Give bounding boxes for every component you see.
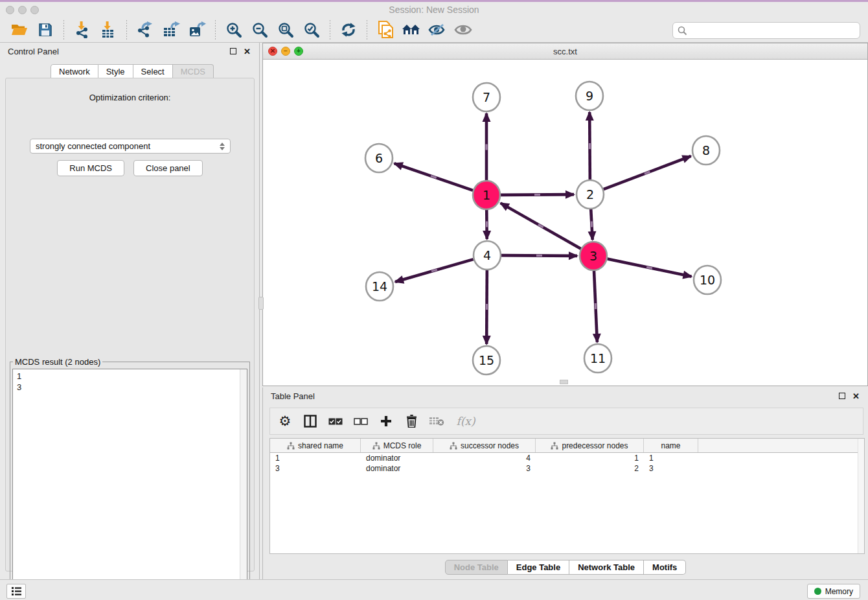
table-toolbar: ⚙ [269,408,863,435]
toolbar-separator [330,20,330,40]
edge-handle [534,194,540,196]
node-9[interactable]: 9 [576,82,603,110]
node-2[interactable]: 2 [577,180,604,209]
table-row[interactable]: 1dominator411 [270,453,864,463]
toolbar-separator [63,20,64,40]
node-label: 9 [586,89,593,103]
session-title: Session: New Session [0,5,868,15]
node-14[interactable]: 14 [366,272,393,301]
export-table-icon[interactable] [158,19,184,40]
delete-table-icon [428,413,445,430]
optimization-criterion-select[interactable]: strongly connected component [30,139,231,154]
zoom-out-icon[interactable] [247,19,273,40]
chevron-updown-icon [220,143,225,150]
node-1[interactable]: 1 [473,181,500,209]
table-row[interactable]: 3dominator323 [270,463,864,474]
column-header-predecessor-nodes[interactable]: predecessor nodes [536,439,644,452]
network-canvas[interactable]: 7968124314101511 [263,60,867,386]
zoom-in-icon[interactable] [221,19,247,40]
node-label: 14 [372,279,387,294]
memory-button[interactable]: Memory [807,584,860,599]
cell-predecessor-nodes[interactable]: 1 [536,454,644,463]
column-header-MCDS-role[interactable]: MCDS role [361,439,433,452]
insert-column-icon[interactable] [302,413,319,430]
show-all-icon[interactable] [450,19,476,40]
zoom-selected-icon[interactable] [299,19,325,40]
close-panel-icon[interactable]: ✕ [243,47,251,56]
mcds-tab-content: Optimization criterion: strongly connect… [5,78,255,571]
clone-network-icon[interactable] [372,19,398,40]
panel-splitter-grip[interactable] [258,297,264,310]
float-panel-icon[interactable] [229,47,237,56]
import-network-icon[interactable] [69,19,95,40]
cell-successor-nodes[interactable]: 3 [433,464,536,473]
open-file-icon[interactable] [6,19,32,40]
table-header-row: shared nameMCDS rolesuccessor nodesprede… [270,439,864,453]
zoom-fit-icon[interactable] [273,19,299,40]
node-table[interactable]: shared nameMCDS rolesuccessor nodesprede… [269,438,865,554]
tab-edge-table[interactable]: Edge Table [508,560,569,575]
cell-shared-name[interactable]: 1 [270,454,361,463]
edge-handle [486,221,488,227]
column-header-shared-name[interactable]: shared name [270,439,361,452]
canvas-resize-grip[interactable] [560,380,568,384]
hide-selected-icon[interactable] [424,19,450,40]
edge-handle [485,144,487,150]
optimization-criterion-label: Optimization criterion: [6,93,254,102]
search-input[interactable] [691,26,860,36]
apply-layout-icon[interactable] [336,19,361,40]
column-tree-icon [551,442,558,450]
network-view-window: ✕ − + scc.txt 7968124314101511 [262,43,868,386]
table-scrollbar[interactable] [858,439,864,553]
cell-MCDS-role[interactable]: dominator [361,454,433,463]
node-11[interactable]: 11 [584,344,611,373]
search-field[interactable] [672,22,860,39]
node-10[interactable]: 10 [694,266,721,294]
select-all-rows-icon[interactable] [327,413,344,430]
column-header-name[interactable]: name [644,439,698,452]
result-scrollbar[interactable] [240,369,247,597]
show-panels-button[interactable] [6,584,26,599]
column-header-successor-nodes[interactable]: successor nodes [433,439,536,452]
add-column-icon[interactable] [378,413,394,430]
tab-select[interactable]: Select [133,64,173,79]
deselect-all-rows-icon[interactable] [352,413,369,430]
node-7[interactable]: 7 [473,83,500,111]
cell-MCDS-role[interactable]: dominator [361,464,433,473]
node-6[interactable]: 6 [365,144,393,172]
tab-motifs[interactable]: Motifs [644,560,686,575]
control-panel: Control Panel ✕ NetworkStyleSelectMCDS O… [0,43,260,579]
tab-network-table[interactable]: Network Table [569,560,644,575]
cell-shared-name[interactable]: 3 [270,464,361,473]
export-image-icon[interactable] [184,19,210,40]
network-window-titlebar[interactable]: ✕ − + scc.txt [263,43,867,60]
cell-name[interactable]: 1 [644,454,698,463]
tab-mcds[interactable]: MCDS [173,64,214,79]
tab-node-table[interactable]: Node Table [445,560,508,575]
tab-network[interactable]: Network [51,64,98,79]
cell-predecessor-nodes[interactable]: 2 [536,464,644,473]
export-network-icon[interactable] [132,19,158,40]
save-session-icon[interactable] [32,19,58,40]
node-3[interactable]: 3 [580,242,607,270]
first-neighbors-icon[interactable] [398,19,424,40]
run-mcds-button[interactable]: Run MCDS [57,160,124,176]
mcds-result-text[interactable]: 1 3 [12,369,247,597]
table-float-panel-icon[interactable] [838,392,846,400]
node-15[interactable]: 15 [473,346,500,375]
edge-handle [486,304,488,310]
column-tree-icon [287,442,295,450]
table-close-panel-icon[interactable]: ✕ [852,392,860,400]
tab-style[interactable]: Style [98,64,133,79]
cell-successor-nodes[interactable]: 4 [433,454,536,463]
status-bar: Memory [0,579,868,600]
node-4[interactable]: 4 [474,241,501,270]
table-options-gear-icon[interactable]: ⚙ [277,413,293,430]
node-8[interactable]: 8 [692,136,720,165]
search-icon [678,26,687,36]
cell-name[interactable]: 3 [644,464,698,473]
close-panel-button[interactable]: Close panel [133,160,203,176]
import-table-icon[interactable] [95,19,121,40]
delete-columns-icon[interactable] [403,413,420,430]
edge-handle [589,143,591,149]
